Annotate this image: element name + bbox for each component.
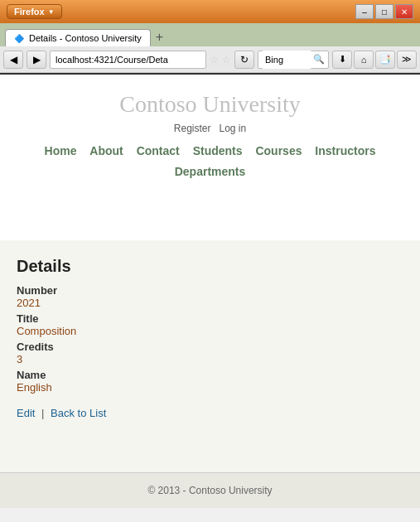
minimize-button[interactable]: –: [355, 4, 374, 19]
page-header: Contoso University Register Log in Home …: [0, 75, 420, 191]
nav-menu: Home About Contact Students Courses Inst…: [8, 141, 412, 182]
field-label-name: Name: [17, 369, 403, 381]
home-button[interactable]: ⌂: [354, 51, 374, 69]
logo-circle: [8, 191, 50, 232]
star-icon: ☆: [210, 54, 219, 65]
toolbar-icons: ⬇ ⌂ 📑 ≫: [332, 51, 417, 69]
nav-contact[interactable]: Contact: [137, 144, 180, 157]
field-label-number: Number: [17, 284, 403, 297]
address-bar[interactable]: [50, 51, 206, 69]
bookmark-button[interactable]: 📑: [375, 51, 395, 69]
back-to-list-link[interactable]: Back to List: [51, 407, 106, 419]
field-label-credits: Credits: [17, 341, 403, 353]
forward-button[interactable]: ▶: [27, 51, 46, 69]
page-body: Details Number 2021 Title Composition Cr…: [0, 240, 420, 472]
login-link[interactable]: Log in: [220, 123, 247, 134]
close-button[interactable]: ✕: [395, 4, 413, 19]
register-link[interactable]: Register: [174, 123, 211, 134]
star2-icon: ☆: [222, 54, 231, 65]
nav-students[interactable]: Students: [193, 144, 243, 157]
nav-about[interactable]: About: [89, 144, 123, 157]
tab-bar: 🔷 Details - Contoso University +: [0, 23, 420, 46]
window-controls: – □ ✕: [355, 4, 413, 19]
firefox-menu-button[interactable]: Firefox: [7, 4, 62, 19]
back-icon: ◀: [10, 54, 17, 65]
new-tab-button[interactable]: +: [151, 28, 168, 46]
page-footer: © 2013 - Contoso University: [0, 472, 420, 508]
nav-departments[interactable]: Departments: [175, 165, 246, 178]
navigation-bar: ◀ ▶ ☆ ☆ ↻ 🔍 ⬇ ⌂ 📑 ≫: [0, 46, 420, 73]
refresh-button[interactable]: ↻: [234, 51, 254, 69]
refresh-icon: ↻: [240, 54, 249, 65]
field-value-name: English: [17, 381, 403, 394]
back-button[interactable]: ◀: [3, 51, 23, 69]
maximize-button[interactable]: □: [375, 4, 393, 19]
forward-icon: ▶: [33, 54, 41, 65]
page-title: Details: [17, 257, 403, 276]
nav-home[interactable]: Home: [45, 144, 77, 157]
field-value-title: Composition: [17, 325, 403, 337]
browser-window: Firefox – □ ✕ 🔷 Details - Contoso Univer…: [0, 0, 420, 522]
site-title: Contoso University: [8, 91, 412, 118]
edit-link[interactable]: Edit: [17, 407, 35, 419]
search-input[interactable]: [262, 51, 311, 69]
field-value-number: 2021: [17, 297, 403, 309]
copyright-text: © 2013 - Contoso University: [147, 485, 272, 496]
tab-favicon-icon: 🔷: [14, 34, 24, 43]
logo-area: [0, 191, 420, 240]
firefox-label: Firefox: [14, 7, 45, 17]
auth-links: Register Log in: [8, 123, 412, 134]
download-button[interactable]: ⬇: [332, 51, 352, 69]
tab-title: Details - Contoso University: [29, 33, 142, 43]
page-content: Contoso University Register Log in Home …: [0, 73, 420, 522]
link-separator: |: [41, 407, 44, 419]
search-icon: 🔍: [313, 54, 325, 65]
nav-courses[interactable]: Courses: [255, 144, 302, 157]
action-links: Edit | Back to List: [17, 407, 403, 419]
title-bar: Firefox – □ ✕: [0, 0, 420, 23]
field-label-title: Title: [17, 312, 403, 325]
field-value-credits: 3: [17, 353, 403, 365]
nav-instructors[interactable]: Instructors: [315, 144, 375, 157]
active-tab[interactable]: 🔷 Details - Contoso University: [5, 29, 151, 46]
more-button[interactable]: ≫: [397, 51, 417, 69]
